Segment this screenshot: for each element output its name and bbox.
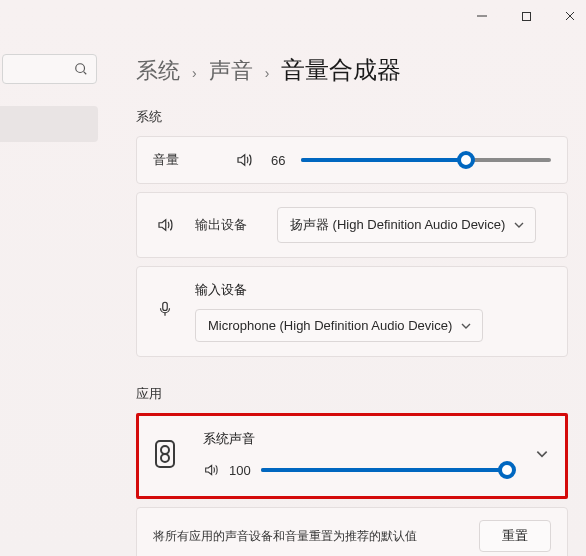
svg-line-5 bbox=[84, 72, 87, 75]
reset-button[interactable]: 重置 bbox=[479, 520, 551, 552]
reset-description: 将所有应用的声音设备和音量重置为推荐的默认值 bbox=[153, 527, 463, 545]
volume-value: 66 bbox=[271, 153, 293, 168]
search-icon bbox=[74, 62, 88, 76]
input-device-label: 输入设备 bbox=[195, 281, 551, 299]
chevron-right-icon: › bbox=[265, 65, 270, 81]
breadcrumb: 系统 › 声音 › 音量合成器 bbox=[136, 54, 568, 86]
system-sounds-slider[interactable] bbox=[261, 468, 507, 472]
speaker-icon[interactable] bbox=[203, 462, 219, 478]
speaker-icon bbox=[153, 216, 177, 234]
input-device-card: 输入设备 Microphone (High Definition Audio D… bbox=[136, 266, 568, 357]
breadcrumb-sound[interactable]: 声音 bbox=[209, 56, 253, 86]
chevron-down-icon[interactable] bbox=[535, 447, 549, 461]
section-apps-title: 应用 bbox=[136, 385, 568, 403]
system-sounds-icon bbox=[155, 440, 175, 468]
svg-rect-1 bbox=[522, 12, 530, 20]
output-device-card: 输出设备 扬声器 (High Definition Audio Device) bbox=[136, 192, 568, 258]
system-sounds-card[interactable]: 系统声音 100 bbox=[136, 413, 568, 499]
system-sounds-title: 系统声音 bbox=[203, 430, 507, 448]
svg-point-4 bbox=[76, 64, 85, 73]
speaker-icon[interactable] bbox=[235, 151, 253, 169]
system-sounds-value: 100 bbox=[229, 463, 251, 478]
output-device-value: 扬声器 (High Definition Audio Device) bbox=[290, 217, 505, 232]
close-button[interactable] bbox=[562, 8, 578, 24]
chevron-right-icon: › bbox=[192, 65, 197, 81]
section-system-title: 系统 bbox=[136, 108, 568, 126]
breadcrumb-current: 音量合成器 bbox=[281, 54, 401, 86]
input-device-select[interactable]: Microphone (High Definition Audio Device… bbox=[195, 309, 483, 342]
reset-card: 将所有应用的声音设备和音量重置为推荐的默认值 重置 bbox=[136, 507, 568, 556]
output-device-select[interactable]: 扬声器 (High Definition Audio Device) bbox=[277, 207, 536, 243]
maximize-button[interactable] bbox=[518, 8, 534, 24]
chevron-down-icon bbox=[460, 320, 472, 332]
microphone-icon bbox=[153, 299, 177, 319]
sidebar-item-system[interactable] bbox=[0, 106, 98, 142]
search-input[interactable] bbox=[2, 54, 97, 84]
volume-label: 音量 bbox=[153, 151, 217, 169]
input-device-value: Microphone (High Definition Audio Device… bbox=[208, 318, 452, 333]
svg-rect-6 bbox=[163, 302, 168, 310]
chevron-down-icon bbox=[513, 219, 525, 231]
minimize-button[interactable] bbox=[474, 8, 490, 24]
breadcrumb-root[interactable]: 系统 bbox=[136, 56, 180, 86]
volume-slider[interactable] bbox=[301, 158, 551, 162]
volume-card: 音量 66 bbox=[136, 136, 568, 184]
output-device-label: 输出设备 bbox=[195, 216, 259, 234]
